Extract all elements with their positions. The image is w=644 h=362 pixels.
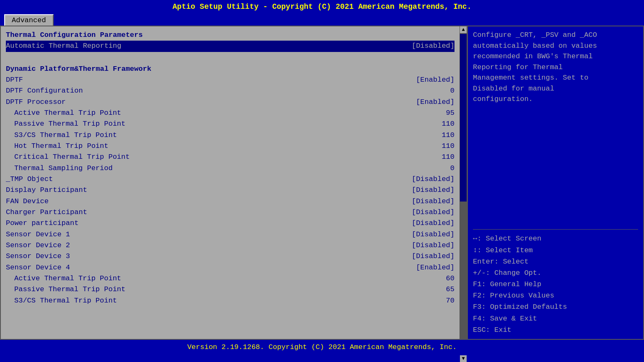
setting-value: 70 — [446, 295, 454, 306]
key-hint: F3: Optimized Defaults — [473, 301, 638, 313]
setting-label: Charger Participant — [6, 207, 412, 218]
key-hint: ↔: Select Screen — [473, 233, 638, 244]
table-row: Thermal Configuration Parameters — [6, 30, 454, 41]
setting-value: 110 — [441, 141, 454, 152]
setting-value: [Disabled] — [412, 174, 454, 185]
help-text: Configure _CRT, _PSV and _ACOautomatical… — [473, 30, 638, 226]
divider — [473, 229, 638, 230]
help-line: Disabled for manual — [473, 83, 638, 94]
key-hint: F2: Previous Values — [473, 290, 638, 301]
table-row[interactable]: Passive Thermal Trip Point65 — [6, 284, 454, 295]
empty-row — [6, 52, 454, 64]
tab-advanced[interactable]: Advanced — [4, 14, 54, 26]
key-hints: ↔: Select Screen↕: Select ItemEnter: Sel… — [473, 233, 638, 336]
right-panel: Configure _CRT, _PSV and _ACOautomatical… — [467, 26, 643, 339]
table-row[interactable]: Sensor Device 3[Disabled] — [6, 251, 454, 262]
setting-label: Active Thermal Trip Point — [14, 273, 446, 284]
table-row[interactable]: Display Participant[Disabled] — [6, 185, 454, 196]
setting-label: DPTF — [6, 75, 416, 85]
setting-label: Hot Thermal Trip Point — [14, 141, 441, 152]
table-row[interactable]: FAN Device[Disabled] — [6, 196, 454, 207]
setting-value: [Disabled] — [412, 218, 454, 229]
table-row[interactable]: Charger Participant[Disabled] — [6, 207, 454, 218]
table-row[interactable]: S3/CS Thermal Trip Point70 — [6, 295, 454, 306]
setting-value: [Disabled] — [412, 251, 454, 262]
title-text: Aptio Setup Utility - Copyright (C) 2021… — [173, 3, 472, 11]
setting-value: 0 — [450, 85, 454, 96]
table-row[interactable]: Automatic Thermal Reporting[Disabled] — [6, 41, 454, 52]
setting-value: [Disabled] — [412, 185, 454, 196]
title-bar: Aptio Setup Utility - Copyright (C) 2021… — [0, 0, 644, 13]
scroll-down-button[interactable]: ▼ — [460, 355, 467, 362]
key-hint: F1: General Help — [473, 279, 638, 290]
scroll-thumb[interactable] — [460, 34, 467, 202]
setting-label: Display Participant — [6, 185, 412, 196]
table-row[interactable]: Power participant[Disabled] — [6, 218, 454, 229]
setting-value: [Disabled] — [412, 229, 454, 240]
setting-value: [Disabled] — [412, 41, 454, 52]
table-row[interactable]: _TMP Object[Disabled] — [6, 174, 454, 185]
footer: Version 2.19.1268. Copyright (C) 2021 Am… — [0, 340, 644, 354]
key-hint: ↕: Select Item — [473, 245, 638, 256]
footer-text: Version 2.19.1268. Copyright (C) 2021 Am… — [187, 343, 457, 351]
setting-label: Automatic Thermal Reporting — [6, 41, 412, 52]
table-row[interactable]: S3/CS Thermal Trip Point110 — [6, 130, 454, 141]
left-panel: Thermal Configuration ParametersAutomati… — [1, 26, 460, 339]
table-row[interactable]: Active Thermal Trip Point60 — [6, 273, 454, 284]
table-row[interactable]: Sensor Device 1[Disabled] — [6, 229, 454, 240]
setting-label: Passive Thermal Trip Point — [14, 284, 446, 295]
setting-label: Sensor Device 4 — [6, 262, 416, 273]
setting-label: Power participant — [6, 218, 412, 229]
key-hint: F4: Save & Exit — [473, 313, 638, 324]
setting-value: [Disabled] — [412, 196, 454, 207]
table-row[interactable]: Active Thermal Trip Point95 — [6, 108, 454, 119]
table-row[interactable]: Thermal Sampling Period0 — [6, 163, 454, 174]
table-row[interactable]: DPTF Processor[Enabled] — [6, 97, 454, 108]
table-row: Dynamic Platform&Thermal Framework — [6, 64, 454, 75]
tab-bar: Advanced — [0, 13, 644, 26]
help-line: automatically based on values — [473, 41, 638, 52]
help-line: recommended in BWG's Thermal — [473, 51, 638, 62]
help-line: Management settings. Set to — [473, 72, 638, 83]
setting-value: [Enabled] — [416, 97, 454, 108]
setting-label: Critical Thermal Trip Point — [14, 152, 441, 163]
setting-label: Sensor Device 1 — [6, 229, 412, 240]
table-row[interactable]: DPTF[Enabled] — [6, 75, 454, 85]
setting-value: 0 — [450, 163, 454, 174]
setting-label: S3/CS Thermal Trip Point — [14, 295, 446, 306]
table-row[interactable]: Critical Thermal Trip Point110 — [6, 152, 454, 163]
table-row[interactable]: Sensor Device 4[Enabled] — [6, 262, 454, 273]
setting-label: S3/CS Thermal Trip Point — [14, 130, 441, 141]
setting-value: 95 — [446, 108, 454, 119]
setting-label: DPTF Processor — [6, 97, 416, 108]
setting-value: 60 — [446, 273, 454, 284]
settings-list: Thermal Configuration ParametersAutomati… — [6, 30, 454, 306]
setting-label: Sensor Device 3 — [6, 251, 412, 262]
table-row[interactable]: DPTF Configuration0 — [6, 85, 454, 96]
help-line: Reporting for Thermal — [473, 62, 638, 73]
help-line: Configure _CRT, _PSV and _ACO — [473, 30, 638, 41]
table-row[interactable]: Passive Thermal Trip Point110 — [6, 119, 454, 129]
key-hint: +/-: Change Opt. — [473, 267, 638, 279]
setting-value: [Enabled] — [416, 75, 454, 85]
setting-value: [Disabled] — [412, 207, 454, 218]
key-hint: ESC: Exit — [473, 324, 638, 336]
setting-label: FAN Device — [6, 196, 412, 207]
main-content: Thermal Configuration ParametersAutomati… — [0, 26, 644, 340]
setting-value: [Disabled] — [412, 240, 454, 251]
help-line: configuration. — [473, 94, 638, 105]
table-row[interactable]: Sensor Device 2[Disabled] — [6, 240, 454, 251]
table-row[interactable]: Hot Thermal Trip Point110 — [6, 141, 454, 152]
setting-value: 110 — [441, 119, 454, 129]
setting-label: Thermal Sampling Period — [14, 163, 450, 174]
scroll-up-button[interactable]: ▲ — [460, 26, 467, 33]
setting-label: _TMP Object — [6, 174, 412, 185]
setting-label: Active Thermal Trip Point — [14, 108, 446, 119]
key-hint: Enter: Select — [473, 256, 638, 267]
setting-value: 110 — [441, 152, 454, 163]
setting-value: 65 — [446, 284, 454, 295]
scrollbar[interactable]: ▲ ▼ — [460, 26, 467, 339]
setting-label: Sensor Device 2 — [6, 240, 412, 251]
setting-value: 110 — [441, 130, 454, 141]
setting-label: Passive Thermal Trip Point — [14, 119, 441, 129]
